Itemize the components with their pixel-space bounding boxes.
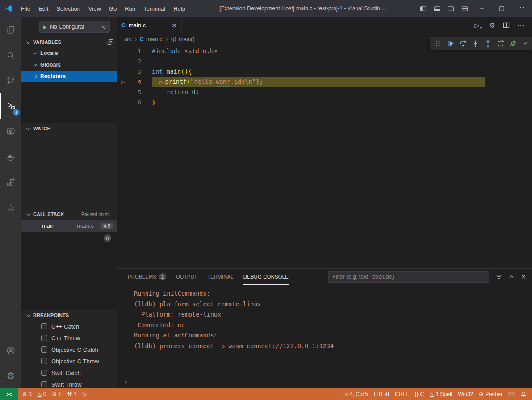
status-error[interactable]: ⊘0 (20, 389, 34, 399)
code-line-3[interactable]: 3int main(){ (117, 67, 532, 77)
code-line-6[interactable]: 6} (117, 97, 532, 108)
run-config-dropdown[interactable]: ▶ No Configurat (39, 21, 110, 33)
disconnect-icon[interactable] (507, 38, 519, 49)
code-editor[interactable]: 1#include <stdio.h>23int main(){▷4 ▷prin… (117, 45, 532, 268)
console-input-chevron[interactable]: › (124, 378, 128, 386)
toolchain-gear-icon[interactable]: ⚙ (490, 21, 495, 29)
call-stack-section-header[interactable]: CALL STACK Paused on st... (21, 209, 117, 220)
code-line-5[interactable]: 5 return 0; (117, 87, 532, 97)
close-button[interactable] (512, 0, 532, 17)
sidebar-item-docker[interactable] (0, 144, 21, 170)
collapse-all-icon[interactable] (107, 39, 113, 45)
filter-lines-icon[interactable] (495, 273, 503, 280)
editor-gutter[interactable]: 5 (117, 87, 141, 97)
variables-item-locals[interactable]: Locals (21, 47, 117, 59)
status-tools[interactable]: ⚒1 (64, 389, 79, 399)
sidebar-item-run-and-debug[interactable]: 1 (0, 93, 21, 119)
maximize-button[interactable] (492, 0, 512, 17)
editor-gutter[interactable]: 1 (117, 46, 141, 56)
breakpoints-section-header[interactable]: BREAKPOINTS (21, 310, 117, 321)
sidebar-item-extensions[interactable] (0, 170, 21, 195)
editor-gutter[interactable]: 2 (117, 56, 141, 67)
menu-terminal[interactable]: Terminal (139, 4, 169, 13)
breadcrumb-file[interactable]: Cmain.c (140, 36, 163, 42)
breakpoint-item-swift-catch[interactable]: Swift Catch (21, 367, 117, 379)
sidebar-item-favorites[interactable]: ☆ (0, 195, 21, 221)
panel-tab-output[interactable]: OUTPUT (176, 269, 197, 285)
breadcrumb-symbol[interactable]: main() (171, 36, 194, 42)
variables-section-header[interactable]: VARIABLES (21, 37, 117, 47)
status-win32[interactable]: Win32 (455, 389, 476, 399)
watch-section-header[interactable]: WATCH (21, 123, 117, 134)
chevron-up-icon[interactable] (508, 274, 515, 280)
sidebar-item-remote-explorer[interactable] (0, 119, 21, 144)
panel-tab-terminal[interactable]: TERMINAL (207, 269, 234, 285)
status-info[interactable]: ⊙1 (50, 389, 64, 399)
menu-edit[interactable]: Edit (34, 4, 52, 13)
screencast-icon[interactable] (506, 389, 517, 399)
minimize-button[interactable] (472, 0, 492, 17)
toggle-sidebar-icon[interactable] (416, 0, 430, 17)
more-actions-icon[interactable]: ⋯ (517, 21, 525, 29)
toolbar-gripper-icon[interactable] (432, 38, 444, 49)
menu-run[interactable]: Run (121, 4, 139, 13)
settings-button[interactable]: ⚙ (0, 363, 21, 388)
breakpoint-item-objective-c-throw[interactable]: Objective C Throw (21, 355, 117, 367)
sidebar-item-source-control[interactable] (0, 68, 21, 93)
editor-gutter[interactable]: 3 (117, 67, 141, 77)
variables-item-globals[interactable]: Globals (21, 59, 117, 71)
close-icon[interactable]: ✕ (172, 22, 177, 29)
menu-view[interactable]: View (84, 4, 105, 13)
step-over-icon[interactable] (457, 38, 469, 49)
code-line-4[interactable]: ▷4 ▷printf("hello wamr-ide\n"); (117, 77, 532, 87)
checkbox-unchecked[interactable] (41, 370, 47, 376)
step-into-icon[interactable] (469, 38, 481, 49)
editor-gutter[interactable]: 6 (117, 97, 141, 108)
status-debug[interactable]: ▷ (80, 389, 89, 399)
menu-file[interactable]: File (17, 4, 34, 13)
chevron-down-icon[interactable] (519, 38, 531, 49)
breakpoint-item-c-catch[interactable]: C++ Catch (21, 321, 117, 332)
status-c[interactable]: {}C (412, 389, 427, 399)
panel-tab-debug-console[interactable]: DEBUG CONSOLE (243, 269, 289, 285)
breadcrumb-folder[interactable]: src (124, 36, 132, 42)
run-or-debug-button[interactable]: ▷ (475, 22, 482, 29)
remote-indicator[interactable]: >< (0, 388, 18, 400)
status-crlf[interactable]: CRLF (392, 389, 411, 399)
menu-go[interactable]: Go (105, 4, 121, 13)
breakpoint-item-c-throw[interactable]: C++ Throw (21, 332, 117, 344)
status-prettier[interactable]: ⊘Prettier (476, 389, 505, 399)
code-line-2[interactable]: 2 (117, 56, 532, 67)
status-warning[interactable]: △0 (35, 389, 49, 399)
panel-tab-problems[interactable]: PROBLEMS1 (128, 269, 166, 285)
checkbox-unchecked[interactable] (41, 323, 47, 329)
status-ln-4-col-5[interactable]: Ln 4, Col 5 (339, 389, 371, 399)
account-button[interactable] (0, 338, 21, 363)
customize-layout-icon[interactable] (458, 0, 472, 17)
checkbox-unchecked[interactable] (41, 381, 47, 388)
continue-icon[interactable] (444, 38, 456, 49)
breakpoint-item-objective-c-catch[interactable]: Objective C Catch (21, 344, 117, 355)
variables-item-registers[interactable]: Registers (21, 71, 117, 82)
editor-scrollbar[interactable] (524, 79, 524, 268)
status-1-spell[interactable]: △1 Spell (427, 389, 455, 399)
step-out-icon[interactable] (482, 38, 494, 49)
toggle-panel-icon[interactable] (430, 0, 444, 17)
checkbox-unchecked[interactable] (41, 335, 47, 341)
bell-icon[interactable] (518, 389, 529, 399)
menu-help[interactable]: Help (169, 4, 189, 13)
stack-frame-row[interactable]: main main.c 4:5 (21, 220, 117, 232)
close-panel-icon[interactable] (520, 274, 527, 280)
tab-main-c[interactable]: C main.c ✕ (117, 17, 182, 33)
checkbox-unchecked[interactable] (41, 346, 47, 353)
menu-selection[interactable]: Selection (52, 4, 84, 13)
toggle-secondary-sidebar-icon[interactable] (444, 0, 458, 17)
sidebar-item-search[interactable] (0, 42, 21, 68)
status-utf-8[interactable]: UTF-8 (371, 389, 392, 399)
restart-icon[interactable] (494, 38, 506, 49)
split-editor-icon[interactable] (503, 22, 510, 29)
editor-gutter[interactable]: ▷4 (117, 77, 141, 87)
breakpoint-item-swift-throw[interactable]: Swift Throw (21, 379, 117, 388)
sidebar-item-explorer[interactable] (0, 17, 21, 42)
console-filter-input[interactable] (328, 271, 489, 283)
